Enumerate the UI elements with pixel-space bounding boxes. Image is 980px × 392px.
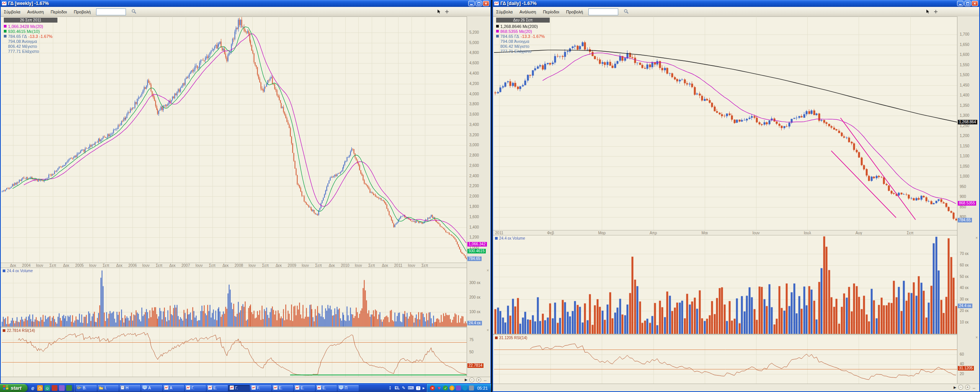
task-button-label: F. <box>257 386 260 390</box>
heart-icon[interactable]: ♥ <box>436 385 441 390</box>
legend-series-row: 1,268.8646 Με(200) <box>496 24 550 29</box>
zoom-out-button[interactable]: − <box>469 377 474 382</box>
network-icon[interactable] <box>462 385 467 390</box>
blocked-icon[interactable]: ✕ <box>430 385 435 390</box>
app-icon[interactable] <box>456 385 461 390</box>
price-axis-strip: 1,0001,2001,4001,6001,8002,0002,2002,400… <box>467 16 490 377</box>
price-tick-label: 1,600 <box>469 215 479 219</box>
ohlc-value-label: 806.42 Μέγιστο <box>500 44 529 49</box>
clock-icon[interactable]: ◷ <box>37 385 43 391</box>
close-volume-panel-icon[interactable]: × <box>975 236 978 240</box>
zoom-in-button[interactable]: + <box>965 385 970 390</box>
volume-chart-canvas[interactable] <box>494 235 957 334</box>
series-color-swatch <box>4 30 7 33</box>
task-button[interactable]: Ι. <box>98 385 119 391</box>
volume-tick-label: 10 εκ <box>960 320 969 324</box>
volume-tick-label: 40 εκ <box>960 286 969 290</box>
help-icon[interactable]: ? <box>416 386 420 390</box>
task-button[interactable]: Η <box>119 385 140 391</box>
mail-icon[interactable] <box>59 385 65 391</box>
spacer <box>4 45 7 47</box>
arrow-icon[interactable]: ▸ <box>423 385 425 390</box>
price-tick-label: 1,200 <box>469 235 479 239</box>
time-axis-label: Ιουλ <box>800 231 814 235</box>
task-button[interactable]: Β. <box>76 385 97 391</box>
time-axis: Δεκ2004ΙουνΣεπΔεκ2005ΙουνΣεπΔεκ2006ΙουνΣ… <box>1 263 490 268</box>
task-button[interactable]: Ε. <box>294 385 315 391</box>
volume-tick-label: 300 εκ <box>469 281 480 285</box>
zoom-in-button[interactable]: + <box>476 377 481 382</box>
price-tick-label: 1,400 <box>469 225 479 229</box>
price-chart-canvas[interactable] <box>2 16 467 263</box>
close-volume-panel-icon[interactable]: × <box>487 269 489 272</box>
taskbar-scroll-buttons[interactable]: ▲▼ <box>387 384 393 392</box>
fit-width-button[interactable]: ↔ <box>972 385 976 390</box>
antivirus-icon[interactable]: ✓ <box>443 385 448 390</box>
task-button[interactable]: Γ. <box>185 385 206 391</box>
computer-icon[interactable] <box>469 385 474 390</box>
task-button[interactable]: F. <box>250 385 271 391</box>
browser-icon[interactable] <box>66 385 72 391</box>
task-button[interactable]: Ε. <box>207 385 228 391</box>
task-button[interactable]: Γ. <box>229 385 250 391</box>
volume-chart-canvas[interactable] <box>2 268 467 327</box>
series-value-label: 784.65 ΓΔ <box>8 34 27 39</box>
last-value-box: 930.4615 <box>467 249 486 253</box>
task-button-label: Π <box>345 386 347 390</box>
price-axis-strip: 8008509009501,0001,0501,1001,1501,2001,2… <box>957 16 979 384</box>
task-button-label: Γ. <box>191 386 194 390</box>
close-rsi-panel-icon[interactable]: × <box>975 336 978 339</box>
task-button-label: Ε. <box>301 386 304 390</box>
task-button[interactable]: Α <box>141 385 162 391</box>
task-button[interactable]: Ε. <box>316 385 337 391</box>
task-button[interactable]: Π <box>338 385 359 391</box>
time-axis-label: Ιουν <box>86 263 100 268</box>
legend-series-row: 930.4615 Με(10) <box>4 29 57 34</box>
price-tick-label: 3,400 <box>469 122 479 127</box>
time-axis-label: Σεπ <box>206 263 219 268</box>
close-rsi-panel-icon[interactable]: × <box>487 328 489 332</box>
spacer <box>496 50 499 52</box>
fit-width-button[interactable]: ↔ <box>483 377 487 382</box>
series-color-swatch <box>496 35 499 38</box>
task-button[interactable]: Ε. <box>272 385 293 391</box>
media-icon[interactable] <box>52 385 57 391</box>
rsi-chart-canvas[interactable] <box>494 335 957 384</box>
task-button-label: Α <box>170 386 172 390</box>
time-axis-label: 2008 <box>232 263 246 268</box>
task-button[interactable]: Α <box>163 385 184 391</box>
taskbar: start e◷☺ Β.Ι.ΗΑΑΓ.Ε.Γ.F.Ε.Ε.Ε.Π ▲▼ EL✎⌨… <box>0 384 491 392</box>
spacer <box>4 40 7 42</box>
rsi-color-swatch <box>495 336 498 339</box>
zoom-out-button[interactable]: − <box>958 385 963 390</box>
update-icon[interactable]: ! <box>449 385 454 390</box>
time-axis-label: Δεκ <box>6 263 20 268</box>
messenger-icon[interactable]: ☺ <box>44 385 50 391</box>
language-and-tools-tray: EL✎⌨?▸ <box>393 384 426 392</box>
time-axis-label: Δεκ <box>59 263 73 268</box>
time-axis-label: Δεκ <box>325 263 339 268</box>
scroll-end-icon[interactable]: ▶ <box>465 378 467 382</box>
pencil-icon[interactable]: ✎ <box>402 385 405 390</box>
price-tick-label: 1,150 <box>960 144 969 148</box>
time-axis-label: Δεκ <box>219 263 232 268</box>
price-chart-canvas[interactable] <box>494 16 957 230</box>
time-axis-label: Ιουν <box>405 263 418 268</box>
keyboard-icon[interactable]: ⌨ <box>408 385 414 390</box>
price-tick-label: 1,700 <box>960 32 969 36</box>
series-value-label: 1,066.3428 Με(20) <box>8 24 43 29</box>
chart-icon <box>252 385 256 390</box>
ie-icon[interactable]: e <box>30 385 36 391</box>
language-indicator[interactable]: EL <box>395 386 400 390</box>
rsi-header-label: 31.1205 RSI(14) <box>499 336 527 340</box>
scroll-end-icon[interactable]: ▶ <box>954 385 956 389</box>
price-tick-label: 1,050 <box>960 164 969 168</box>
start-button[interactable]: start <box>0 384 28 392</box>
spacer <box>496 45 499 47</box>
ohlc-value-label: 777.71 Ελάχιστο <box>8 49 39 54</box>
price-tick-label: 4,400 <box>469 71 479 75</box>
rsi-tick-label: 20 <box>960 372 964 376</box>
rsi-chart-canvas[interactable] <box>2 328 467 377</box>
ohlc-value-label: 777.71 Ελάχιστο <box>500 49 531 54</box>
chart-icon <box>295 385 299 390</box>
